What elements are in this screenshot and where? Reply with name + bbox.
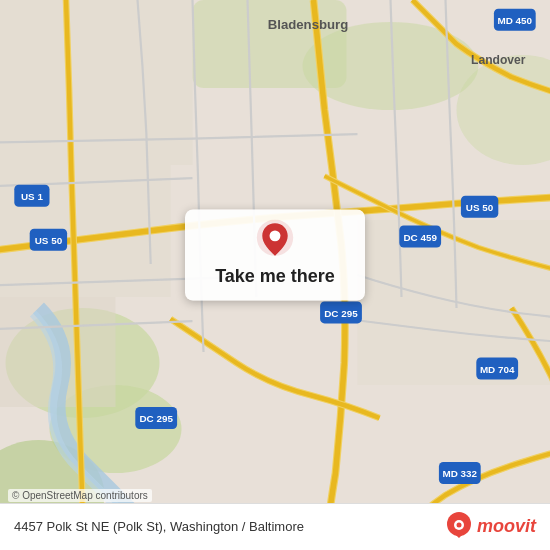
svg-point-32 [270, 230, 281, 241]
moovit-icon [445, 512, 473, 540]
svg-text:DC 295: DC 295 [139, 413, 173, 424]
svg-text:MD 704: MD 704 [480, 364, 515, 375]
moovit-text: moovit [477, 516, 536, 537]
map-container: US 1 US 50 US 50 DC 459 MD 450 DC 295 DC… [0, 0, 550, 550]
svg-text:Bladensburg: Bladensburg [268, 17, 349, 32]
moovit-logo: moovit [445, 512, 536, 540]
svg-point-35 [456, 523, 461, 528]
svg-text:MD 450: MD 450 [497, 15, 532, 26]
attribution: © OpenStreetMap contributors [8, 489, 152, 502]
take-me-there-popup[interactable]: Take me there [185, 210, 365, 301]
svg-text:US 1: US 1 [21, 191, 43, 202]
svg-text:US 50: US 50 [35, 235, 63, 246]
svg-text:DC 459: DC 459 [403, 232, 437, 243]
map-pin-icon [255, 220, 295, 260]
svg-text:MD 332: MD 332 [442, 468, 477, 479]
svg-text:Landover: Landover [471, 53, 526, 67]
svg-text:DC 295: DC 295 [324, 308, 358, 319]
address-text: 4457 Polk St NE (Polk St), Washington / … [14, 519, 445, 534]
bottom-bar: 4457 Polk St NE (Polk St), Washington / … [0, 503, 550, 550]
popup-label: Take me there [213, 266, 337, 287]
svg-text:US 50: US 50 [466, 202, 494, 213]
